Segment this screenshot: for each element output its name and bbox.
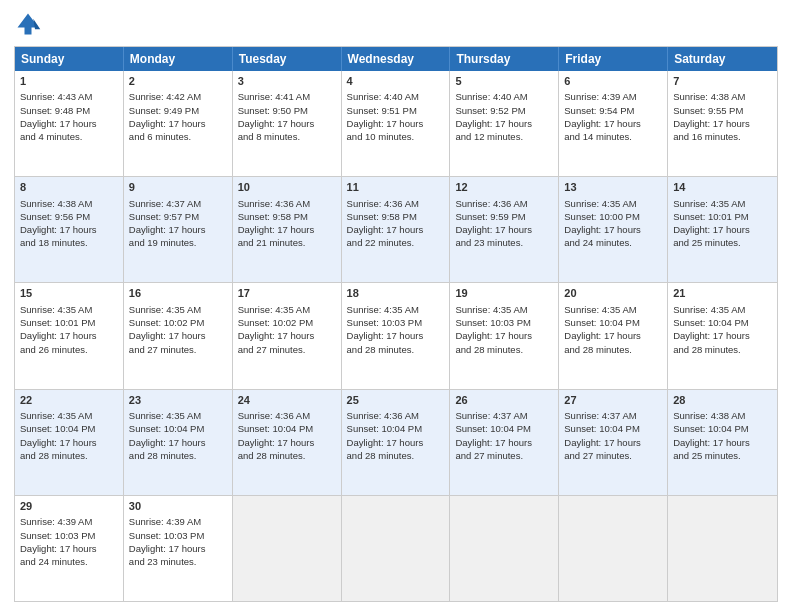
empty-cell [559,496,668,601]
day-info-line: Sunset: 10:02 PM [238,316,336,329]
day-info-line: Sunset: 10:04 PM [673,422,772,435]
day-info-line: Sunset: 10:04 PM [129,422,227,435]
day-info-line: Sunrise: 4:42 AM [129,90,227,103]
day-info-line: Sunrise: 4:35 AM [238,303,336,316]
day-cell-6: 6Sunrise: 4:39 AMSunset: 9:54 PMDaylight… [559,71,668,176]
day-info-line: and 27 minutes. [238,343,336,356]
day-info-line: Daylight: 17 hours [20,223,118,236]
day-number: 22 [20,393,118,408]
day-info-line: and 18 minutes. [20,236,118,249]
day-cell-30: 30Sunrise: 4:39 AMSunset: 10:03 PMDaylig… [124,496,233,601]
day-number: 12 [455,180,553,195]
header [14,10,778,38]
day-info-line: Sunset: 10:04 PM [564,422,662,435]
day-info-line: Sunset: 9:59 PM [455,210,553,223]
header-day-thursday: Thursday [450,47,559,71]
day-number: 5 [455,74,553,89]
header-day-sunday: Sunday [15,47,124,71]
day-info-line: Sunset: 10:04 PM [20,422,118,435]
day-info-line: Sunset: 9:52 PM [455,104,553,117]
day-cell-8: 8Sunrise: 4:38 AMSunset: 9:56 PMDaylight… [15,177,124,282]
empty-cell [668,496,777,601]
day-info-line: and 28 minutes. [673,343,772,356]
day-number: 19 [455,286,553,301]
day-info-line: and 14 minutes. [564,130,662,143]
day-info-line: Sunset: 9:56 PM [20,210,118,223]
day-number: 11 [347,180,445,195]
day-info-line: Daylight: 17 hours [455,329,553,342]
day-cell-17: 17Sunrise: 4:35 AMSunset: 10:02 PMDaylig… [233,283,342,388]
day-cell-5: 5Sunrise: 4:40 AMSunset: 9:52 PMDaylight… [450,71,559,176]
day-cell-12: 12Sunrise: 4:36 AMSunset: 9:59 PMDayligh… [450,177,559,282]
day-info-line: and 22 minutes. [347,236,445,249]
day-info-line: and 23 minutes. [129,555,227,568]
day-info-line: Sunset: 10:03 PM [347,316,445,329]
day-info-line: Sunset: 9:51 PM [347,104,445,117]
day-cell-7: 7Sunrise: 4:38 AMSunset: 9:55 PMDaylight… [668,71,777,176]
page: SundayMondayTuesdayWednesdayThursdayFrid… [0,0,792,612]
logo-icon [14,10,42,38]
day-number: 3 [238,74,336,89]
day-cell-26: 26Sunrise: 4:37 AMSunset: 10:04 PMDaylig… [450,390,559,495]
day-info-line: and 27 minutes. [129,343,227,356]
day-info-line: Daylight: 17 hours [238,223,336,236]
day-info-line: Sunrise: 4:36 AM [455,197,553,210]
day-info-line: Daylight: 17 hours [20,117,118,130]
day-cell-22: 22Sunrise: 4:35 AMSunset: 10:04 PMDaylig… [15,390,124,495]
day-info-line: and 16 minutes. [673,130,772,143]
day-info-line: Sunset: 10:03 PM [20,529,118,542]
day-info-line: Sunset: 9:50 PM [238,104,336,117]
day-cell-20: 20Sunrise: 4:35 AMSunset: 10:04 PMDaylig… [559,283,668,388]
day-number: 1 [20,74,118,89]
day-info-line: Sunset: 9:55 PM [673,104,772,117]
day-cell-27: 27Sunrise: 4:37 AMSunset: 10:04 PMDaylig… [559,390,668,495]
day-number: 27 [564,393,662,408]
day-cell-24: 24Sunrise: 4:36 AMSunset: 10:04 PMDaylig… [233,390,342,495]
day-info-line: Sunset: 10:04 PM [564,316,662,329]
day-info-line: Daylight: 17 hours [129,329,227,342]
day-info-line: and 24 minutes. [20,555,118,568]
day-cell-18: 18Sunrise: 4:35 AMSunset: 10:03 PMDaylig… [342,283,451,388]
header-day-friday: Friday [559,47,668,71]
day-cell-28: 28Sunrise: 4:38 AMSunset: 10:04 PMDaylig… [668,390,777,495]
day-info-line: Daylight: 17 hours [20,436,118,449]
day-info-line: and 21 minutes. [238,236,336,249]
day-info-line: Sunrise: 4:36 AM [238,409,336,422]
day-info-line: Daylight: 17 hours [129,223,227,236]
day-info-line: Sunset: 10:03 PM [455,316,553,329]
day-number: 18 [347,286,445,301]
day-info-line: Sunrise: 4:39 AM [564,90,662,103]
day-number: 24 [238,393,336,408]
day-info-line: and 28 minutes. [347,343,445,356]
day-info-line: Sunrise: 4:37 AM [129,197,227,210]
header-day-monday: Monday [124,47,233,71]
day-info-line: Daylight: 17 hours [238,436,336,449]
day-info-line: Daylight: 17 hours [673,117,772,130]
day-number: 16 [129,286,227,301]
calendar-row-3: 15Sunrise: 4:35 AMSunset: 10:01 PMDaylig… [15,282,777,388]
day-info-line: Sunset: 9:54 PM [564,104,662,117]
day-info-line: and 28 minutes. [20,449,118,462]
day-info-line: and 28 minutes. [347,449,445,462]
day-cell-15: 15Sunrise: 4:35 AMSunset: 10:01 PMDaylig… [15,283,124,388]
day-number: 4 [347,74,445,89]
day-info-line: Daylight: 17 hours [564,436,662,449]
day-number: 26 [455,393,553,408]
day-number: 25 [347,393,445,408]
day-info-line: and 27 minutes. [564,449,662,462]
day-info-line: Sunrise: 4:35 AM [20,303,118,316]
day-info-line: and 19 minutes. [129,236,227,249]
day-info-line: Sunrise: 4:35 AM [564,303,662,316]
header-day-saturday: Saturday [668,47,777,71]
day-info-line: and 24 minutes. [564,236,662,249]
day-info-line: and 27 minutes. [455,449,553,462]
day-number: 8 [20,180,118,195]
day-cell-10: 10Sunrise: 4:36 AMSunset: 9:58 PMDayligh… [233,177,342,282]
day-info-line: Daylight: 17 hours [673,329,772,342]
day-cell-2: 2Sunrise: 4:42 AMSunset: 9:49 PMDaylight… [124,71,233,176]
day-info-line: Daylight: 17 hours [20,542,118,555]
empty-cell [342,496,451,601]
day-info-line: and 12 minutes. [455,130,553,143]
day-info-line: Daylight: 17 hours [455,223,553,236]
day-info-line: and 4 minutes. [20,130,118,143]
